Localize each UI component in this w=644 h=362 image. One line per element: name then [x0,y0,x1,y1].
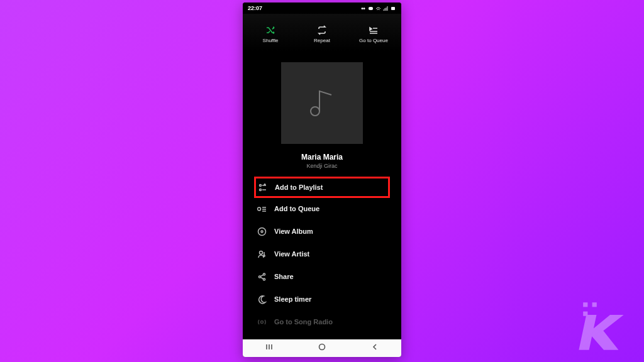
svg-rect-2 [369,7,373,10]
repeat-button[interactable]: Repeat [305,25,339,43]
link-icon [360,6,366,11]
content-area: Maria Maria Kendji Girac Add to Playlist… [243,51,401,339]
controller-icon [368,6,374,11]
phone-frame: 22:07 Shuffle Repeat Go to Queue [243,3,401,357]
svg-point-9 [261,231,263,233]
repeat-icon [317,25,327,35]
go-to-queue-button[interactable]: Go to Queue [357,25,391,43]
playlist-add-icon [257,182,267,192]
android-nav-bar [243,339,401,357]
repeat-label: Repeat [314,38,330,43]
album-icon [257,226,267,236]
svg-rect-18 [592,302,597,307]
svg-point-7 [257,207,260,211]
svg-point-16 [319,344,325,350]
status-bar: 22:07 [243,3,401,14]
svg-point-14 [263,278,265,280]
music-note-icon [305,86,339,120]
svg-point-15 [260,321,263,323]
svg-rect-17 [583,302,587,307]
menu-label: Add to Playlist [275,184,323,191]
track-artist: Kendji Girac [306,163,337,169]
queue-add-icon [257,204,267,214]
menu-view-album[interactable]: View Album [254,220,390,243]
svg-point-10 [259,251,262,254]
menu-song-radio[interactable]: Go to Song Radio [254,310,390,333]
status-icons [360,6,396,11]
svg-point-6 [259,189,261,190]
back-button[interactable] [370,343,379,354]
moon-icon [257,294,267,304]
svg-point-0 [362,8,364,9]
svg-point-8 [258,228,265,235]
svg-point-11 [263,255,264,256]
signal-icon [383,6,389,11]
menu-add-to-playlist[interactable]: Add to Playlist [254,177,390,198]
menu-label: Share [274,273,294,280]
menu-view-artist[interactable]: View Artist [254,243,390,265]
menu-label: Go to Song Radio [274,318,333,326]
svg-point-4 [311,107,319,116]
queue-label: Go to Queue [359,38,388,43]
battery-icon [391,6,396,11]
svg-point-1 [364,8,365,9]
menu-label: View Artist [274,250,309,258]
svg-point-13 [263,273,265,275]
svg-point-5 [259,184,261,186]
queue-icon [369,25,379,35]
menu-share[interactable]: Share [254,265,390,288]
shuffle-icon [265,25,275,35]
share-icon [257,272,267,282]
status-time: 22:07 [248,5,262,11]
shuffle-label: Shuffle [263,38,279,43]
watermark-k-logo [579,298,635,357]
menu-sleep-timer[interactable]: Sleep timer [254,288,390,310]
recents-button[interactable] [265,343,274,354]
radio-icon [257,317,267,327]
top-actions: Shuffle Repeat Go to Queue [243,14,401,51]
svg-point-12 [258,275,260,277]
svg-rect-3 [391,7,395,10]
menu-label: Add to Queue [274,205,319,212]
context-menu: Add to Playlist Add to Queue View Album … [254,177,390,333]
artist-icon [257,249,267,259]
home-button[interactable] [318,343,326,354]
shuffle-button[interactable]: Shuffle [253,25,287,43]
menu-add-to-queue[interactable]: Add to Queue [254,197,390,220]
menu-label: Sleep timer [274,295,311,303]
track-title: Maria Maria [301,153,343,162]
wifi-icon [375,6,381,11]
menu-label: View Album [274,228,313,235]
album-cover-placeholder [281,62,363,144]
